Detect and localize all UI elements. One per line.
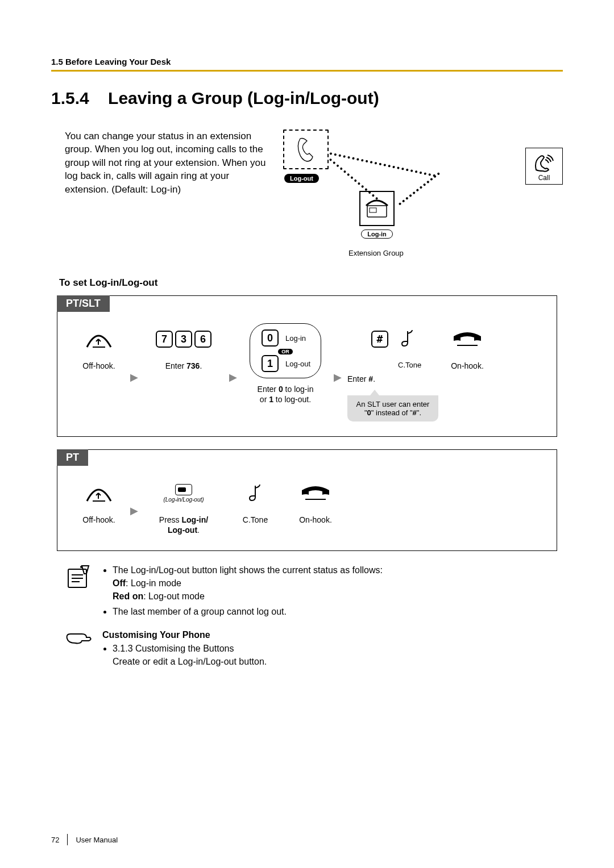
slt-note: An SLT user can enter "0" instead of "#"… xyxy=(347,395,438,422)
key-1: 1 xyxy=(262,355,279,372)
flow-pt: PT Off-hook. ▶ (Log-in/Log-out) Press Lo… xyxy=(57,449,557,550)
hand-point-icon xyxy=(65,628,92,656)
ctone-label: C.Tone xyxy=(227,515,284,525)
key-6: 6 xyxy=(194,331,211,348)
page-title: 1.5.4 Leaving a Group (Log-in/Log-out) xyxy=(51,89,563,108)
opt0-label: Log-in xyxy=(285,334,306,343)
customise-item: 3.1.3 Customising the Buttons Create or … xyxy=(113,642,267,668)
login-logout-button-icon xyxy=(175,484,192,495)
section-text: Leaving a Group (Log-in/Log-out) xyxy=(108,89,379,107)
ctone-icon xyxy=(227,477,284,509)
notepad-icon xyxy=(65,564,92,591)
key-0: 0 xyxy=(262,329,279,347)
intro-paragraph: You can change your status in an extensi… xyxy=(65,130,269,260)
arrow-icon: ▶ xyxy=(227,371,239,383)
login-label: Log-in xyxy=(361,229,393,239)
key-3: 3 xyxy=(175,331,192,348)
svg-rect-1 xyxy=(370,208,376,212)
incoming-call-box: Call xyxy=(525,148,563,185)
logged-out-phone-icon xyxy=(283,130,329,169)
extension-group-label: Extension Group xyxy=(349,249,404,257)
ctone-label: C.Tone xyxy=(398,361,421,369)
arrow-icon: ▶ xyxy=(128,504,140,517)
opt1-label: Log-out xyxy=(285,360,310,368)
note-item: The Log-in/Log-out button light shows th… xyxy=(113,564,383,603)
onhook-icon xyxy=(287,477,344,509)
header-rule xyxy=(51,70,563,72)
offhook-icon xyxy=(73,477,125,509)
step-offhook-label: Off-hook. xyxy=(73,361,125,371)
offhook-icon xyxy=(73,323,125,355)
call-label: Call xyxy=(528,174,560,182)
customise-block: Customising Your Phone 3.1.3 Customising… xyxy=(65,628,563,670)
flow-tab-pt: PT xyxy=(57,449,88,466)
logged-in-phone-icon xyxy=(359,191,395,226)
step-enter736-label: Enter 736. xyxy=(144,361,223,371)
concept-diagram: Log-out Call Log-in Extension Group xyxy=(283,130,563,260)
subheading: To set Log-in/Log-out xyxy=(59,277,563,289)
svg-rect-0 xyxy=(367,206,387,217)
page-number: 72 xyxy=(51,836,59,844)
onhook-icon xyxy=(442,323,493,355)
step-press-label: Press Log-in/Log-out. xyxy=(144,515,223,535)
key-7: 7 xyxy=(156,331,173,348)
flow-ptslt: PT/SLT Off-hook. ▶ 7 3 6 Enter 736. ▶ xyxy=(57,295,557,437)
arrow-icon: ▶ xyxy=(128,371,140,383)
notes-block: The Log-in/Log-out button light shows th… xyxy=(65,564,563,621)
section-number: 1.5.4 xyxy=(51,89,89,107)
or-label: OR xyxy=(278,349,293,354)
page-footer: 72 User Manual xyxy=(51,834,118,845)
customise-heading: Customising Your Phone xyxy=(102,628,267,641)
step-enterhash-label: Enter #. xyxy=(347,374,438,384)
running-head: 1.5 Before Leaving Your Desk xyxy=(51,57,563,66)
logout-label: Log-out xyxy=(284,174,319,183)
step-onhook-label: On-hook. xyxy=(442,361,493,371)
step-enter01-label: Enter 0 to log-in or 1 to log-out. xyxy=(243,384,328,404)
option-bubble: 0Log-in OR 1Log-out xyxy=(250,323,321,378)
key-hash: # xyxy=(371,331,388,348)
button-sublabel: (Log-in/Log-out) xyxy=(163,496,204,503)
keypad-736: 7 3 6 xyxy=(144,323,223,355)
step-onhook-label: On-hook. xyxy=(287,515,344,525)
flow-tab-ptslt: PT/SLT xyxy=(57,295,110,312)
arrow-icon: ▶ xyxy=(331,371,344,383)
ctone-icon xyxy=(400,329,416,350)
step-offhook-label: Off-hook. xyxy=(73,515,125,525)
svg-point-3 xyxy=(80,566,82,568)
note-item: The last member of a group cannot log ou… xyxy=(113,605,383,618)
footer-label: User Manual xyxy=(76,836,118,844)
